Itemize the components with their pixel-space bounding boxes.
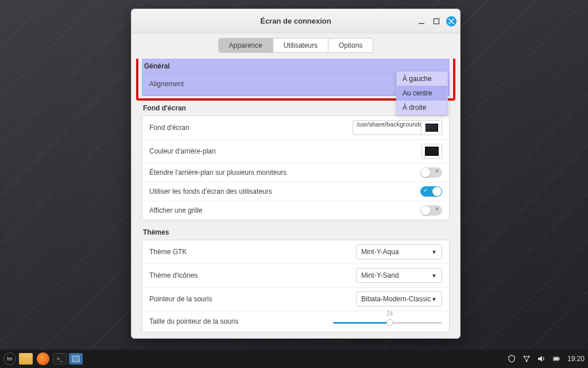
alignment-option-center[interactable]: Au centre (397, 86, 447, 100)
tray-volume-icon[interactable] (537, 355, 546, 363)
row-wallpaper: Fond d'écran /usr/share/backgrounds/ (142, 116, 449, 140)
row-grid: Afficher une grille (142, 201, 449, 220)
cursor-theme-label: Pointeur de la souris (149, 295, 212, 303)
bgcolor-label: Couleur d'arrière-plan (149, 147, 216, 155)
wallpaper-preview-button[interactable] (421, 120, 442, 135)
gtk-theme-value: Mint-Y-Aqua (361, 248, 399, 256)
taskbar-terminal-icon[interactable]: >_ (53, 353, 67, 365)
alignment-option-right[interactable]: À droite (397, 101, 447, 114)
chevron-down-icon: ▼ (431, 249, 437, 255)
wallpaper-path-entry[interactable]: /usr/share/backgrounds/ (353, 120, 421, 135)
tab-users[interactable]: Utilisateurs (273, 39, 328, 52)
tray-shield-icon[interactable] (508, 355, 516, 363)
svg-rect-11 (554, 358, 558, 360)
general-section-highlight: Général Alignement À gauche Au centre À … (142, 59, 450, 96)
minimize-button[interactable] (416, 16, 427, 26)
row-stretch: Étendre l'arrière-plan sur plusieurs mon… (142, 163, 449, 182)
settings-content: Général Alignement À gauche Au centre À … (131, 59, 460, 338)
window-titlebar: Écran de connexion (131, 9, 460, 33)
login-screen-settings-window: Écran de connexion Apparence Utilisateur… (131, 9, 461, 339)
taskbar: lm >_ 19:20 (0, 350, 588, 368)
cursor-theme-combo[interactable]: Bibata-Modern-Classic ▼ (356, 292, 442, 306)
taskbar-clock[interactable]: 19:20 (567, 355, 585, 363)
chevron-down-icon: ▼ (431, 273, 437, 279)
svg-rect-1 (434, 18, 439, 24)
row-gtk-theme: Thème GTK Mint-Y-Aqua ▼ (142, 240, 449, 264)
gtk-theme-label: Thème GTK (149, 248, 187, 256)
cursor-size-slider[interactable]: 24 (333, 315, 442, 328)
tray-network-icon[interactable] (523, 355, 531, 363)
row-bgcolor: Couleur d'arrière-plan (142, 140, 449, 163)
tab-appearance[interactable]: Apparence (219, 39, 273, 52)
maximize-button[interactable] (431, 16, 442, 26)
section-title-general: Général (142, 59, 450, 72)
grid-switch[interactable] (420, 205, 442, 216)
row-cursor-theme: Pointeur de la souris Bibata-Modern-Clas… (142, 288, 449, 311)
alignment-label: Alignement (149, 80, 184, 88)
svg-rect-10 (559, 358, 560, 359)
alignment-option-left[interactable]: À gauche (397, 72, 447, 86)
stretch-label: Étendre l'arrière-plan sur plusieurs mon… (149, 168, 287, 177)
row-cursor-size: Taille du pointeur de la souris 24 (142, 311, 449, 332)
wallpaper-label: Fond d'écran (149, 124, 189, 132)
svg-text:lm: lm (7, 356, 13, 362)
svg-rect-5 (72, 356, 79, 362)
cursor-theme-value: Bibata-Modern-Classic (361, 295, 431, 303)
row-user-bg: Utiliser les fonds d'écran des utilisate… (142, 182, 449, 201)
tab-options[interactable]: Options (328, 39, 373, 52)
section-title-themes: Thèmes (143, 228, 450, 236)
icon-theme-combo[interactable]: Mint-Y-Sand ▼ (356, 268, 442, 283)
taskbar-firefox-icon[interactable] (36, 351, 51, 366)
user-bg-label: Utiliser les fonds d'écran des utilisate… (149, 187, 272, 195)
taskbar-active-window-icon[interactable] (69, 353, 83, 365)
taskbar-files-icon[interactable] (18, 351, 33, 366)
wallpaper-panel: Fond d'écran /usr/share/backgrounds/ Cou… (142, 116, 450, 220)
themes-panel: Thème GTK Mint-Y-Aqua ▼ Thème d'icônes M… (142, 240, 450, 332)
icon-theme-value: Mint-Y-Sand (361, 271, 399, 279)
grid-label: Afficher une grille (149, 206, 203, 214)
row-icon-theme: Thème d'icônes Mint-Y-Sand ▼ (142, 264, 449, 288)
chevron-down-icon: ▼ (431, 296, 437, 302)
tab-row: Apparence Utilisateurs Options (131, 33, 460, 59)
stretch-switch[interactable] (420, 167, 442, 178)
cursor-size-label: Taille du pointeur de la souris (149, 317, 238, 325)
gtk-theme-combo[interactable]: Mint-Y-Aqua ▼ (356, 244, 442, 259)
window-title: Écran de connexion (260, 17, 331, 25)
alignment-dropdown-popup: À gauche Au centre À droite (396, 71, 448, 115)
user-bg-switch[interactable] (420, 186, 442, 197)
svg-rect-0 (419, 23, 424, 24)
bgcolor-button[interactable] (421, 144, 442, 159)
tray-battery-icon[interactable] (552, 355, 560, 363)
start-menu-button[interactable]: lm (3, 352, 16, 365)
close-button[interactable] (446, 16, 457, 26)
cursor-size-value: 24 (386, 310, 393, 317)
icon-theme-label: Thème d'icônes (149, 271, 198, 279)
